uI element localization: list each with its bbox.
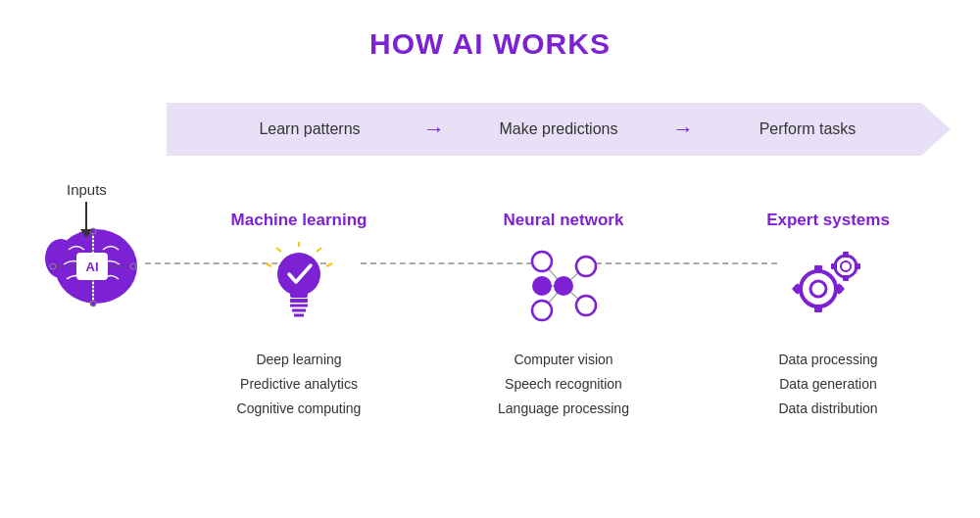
svg-rect-37 (814, 265, 822, 273)
nn-title: Neural network (504, 211, 624, 230)
svg-line-15 (326, 263, 332, 266)
svg-point-29 (532, 252, 552, 271)
nn-column: Neural network Computer (431, 211, 696, 422)
arrow-banner: Learn patterns → Make predictions → Perf… (167, 103, 951, 156)
arrow-icon-1: → (423, 117, 445, 142)
es-column: Expert systems (696, 211, 960, 422)
down-arrow-icon (80, 229, 92, 238)
svg-rect-50 (831, 263, 837, 269)
svg-point-33 (576, 257, 596, 276)
svg-line-17 (266, 263, 271, 266)
svg-point-18 (277, 253, 320, 296)
svg-point-31 (532, 301, 552, 320)
svg-rect-19 (290, 293, 308, 298)
svg-rect-38 (814, 305, 822, 312)
neural-network-icon (522, 242, 606, 334)
arrow-step-1: Learn patterns (206, 120, 414, 138)
svg-point-34 (576, 296, 596, 315)
arrow-step-2: Make predictions (455, 120, 662, 138)
svg-point-30 (532, 276, 552, 296)
svg-text:AI: AI (86, 259, 99, 274)
es-items: Data processing Data generation Data dis… (778, 348, 877, 422)
svg-point-7 (50, 263, 56, 269)
arrow-step-3: Perform tasks (704, 120, 911, 138)
arrow-content: Learn patterns → Make predictions → Perf… (167, 117, 951, 142)
svg-rect-48 (843, 275, 849, 281)
svg-rect-47 (843, 252, 849, 258)
svg-point-46 (841, 261, 851, 271)
svg-line-14 (317, 248, 321, 252)
inputs-group: Inputs (67, 181, 107, 238)
arrow-icon-2: → (672, 117, 694, 142)
es-title: Expert systems (766, 211, 890, 230)
svg-rect-49 (855, 263, 860, 269)
ml-items: Deep learning Predictive analytics Cogni… (237, 348, 362, 422)
main-columns: AI Machine learning (20, 211, 960, 422)
inputs-line (85, 202, 87, 229)
svg-point-36 (810, 281, 826, 297)
gear-icon (787, 242, 870, 334)
ml-column: Machine learning (167, 211, 431, 422)
nn-items: Computer vision Speech recognition Langu… (498, 348, 629, 422)
svg-rect-20 (290, 299, 308, 303)
ml-title: Machine learning (231, 211, 368, 230)
page-title: HOW AI WORKS (0, 0, 980, 61)
svg-point-32 (554, 276, 573, 296)
svg-point-1 (45, 239, 76, 278)
svg-point-6 (90, 301, 96, 306)
svg-point-8 (130, 263, 136, 269)
inputs-label: Inputs (67, 181, 107, 198)
svg-line-16 (276, 248, 281, 252)
lightbulb-icon (260, 242, 338, 334)
